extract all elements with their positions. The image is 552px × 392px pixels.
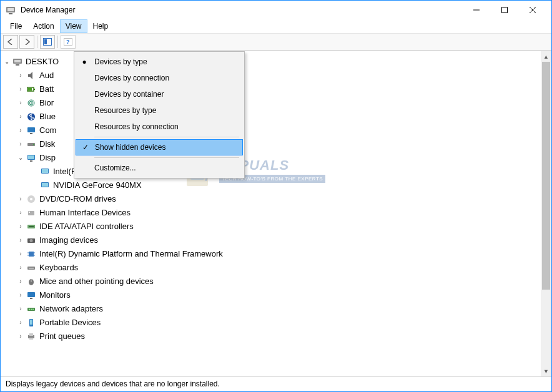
tree-item[interactable]: ›Print queues <box>2 330 550 343</box>
tree-item[interactable]: ›Keyboards <box>2 261 550 275</box>
keyboard-icon <box>26 263 37 273</box>
status-text: Displays legacy devices and devices that… <box>6 380 220 388</box>
check-icon: ✓ <box>76 143 95 152</box>
svg-point-57 <box>29 309 30 310</box>
chevron-down-icon[interactable]: ⌄ <box>16 151 26 165</box>
chevron-right-icon[interactable]: › <box>16 82 26 96</box>
title-bar: Device Manager <box>1 1 551 19</box>
menu-view[interactable]: View <box>60 19 87 33</box>
tree-child[interactable]: NVIDIA GeForce 940MX <box>2 179 550 192</box>
tree-item[interactable]: ›DVD/CD-ROM drives <box>2 192 550 206</box>
chevron-right-icon[interactable]: › <box>16 233 26 247</box>
dvd-icon <box>26 194 37 204</box>
svg-rect-8 <box>44 39 47 44</box>
chevron-right-icon[interactable]: › <box>16 110 26 124</box>
menu-file[interactable]: File <box>4 19 27 33</box>
chevron-right-icon[interactable]: › <box>16 96 26 110</box>
svg-point-38 <box>30 198 32 200</box>
svg-rect-26 <box>27 127 35 132</box>
chevron-right-icon[interactable]: › <box>16 220 26 233</box>
menu-devices-by-connection[interactable]: Devices by connection <box>74 70 244 86</box>
svg-rect-36 <box>42 183 48 187</box>
toolbar: ? <box>1 33 551 51</box>
chevron-right-icon[interactable]: › <box>16 261 26 275</box>
bluetooth-icon <box>26 112 37 122</box>
chevron-right-icon[interactable]: › <box>16 206 26 220</box>
show-hide-console-button[interactable] <box>40 35 55 49</box>
minimize-button[interactable] <box>462 1 490 19</box>
svg-rect-63 <box>29 333 33 336</box>
hid-icon <box>26 208 37 218</box>
network-icon <box>26 304 37 314</box>
menu-help[interactable]: Help <box>87 19 114 33</box>
svg-rect-40 <box>29 212 30 213</box>
svg-point-59 <box>32 309 34 310</box>
tree-item[interactable]: ›Imaging devices <box>2 233 550 247</box>
chevron-right-icon[interactable]: › <box>16 247 26 261</box>
tree-item[interactable]: ›Intel(R) Dynamic Platform and Thermal F… <box>2 247 550 261</box>
chevron-right-icon[interactable]: › <box>16 316 26 330</box>
svg-rect-31 <box>28 155 34 159</box>
chevron-right-icon[interactable]: › <box>16 275 26 288</box>
svg-rect-20 <box>34 89 35 90</box>
svg-rect-4 <box>501 7 507 13</box>
display-adapter-icon <box>26 153 37 163</box>
disk-icon <box>26 139 37 149</box>
speaker-icon <box>26 71 37 81</box>
tree-item[interactable]: ›Portable Devices <box>2 316 550 330</box>
close-button[interactable] <box>518 1 546 19</box>
back-button[interactable] <box>3 35 18 49</box>
help-button[interactable]: ? <box>61 35 76 49</box>
svg-rect-45 <box>29 252 34 257</box>
forward-button[interactable] <box>19 35 34 49</box>
menu-resources-by-type[interactable]: Resources by type <box>74 102 244 119</box>
menu-customize[interactable]: Customize... <box>74 160 244 176</box>
scroll-up-button[interactable]: ▲ <box>541 51 551 62</box>
chevron-right-icon[interactable]: › <box>16 330 26 343</box>
chevron-right-icon[interactable]: › <box>16 288 26 302</box>
printer-icon <box>26 331 37 341</box>
svg-rect-54 <box>27 292 35 297</box>
chevron-down-icon[interactable]: ⌄ <box>2 55 12 69</box>
menu-show-hidden-devices[interactable]: ✓Show hidden devices <box>76 139 243 155</box>
app-icon <box>6 5 16 15</box>
svg-point-44 <box>30 239 33 242</box>
svg-rect-2 <box>9 13 12 14</box>
svg-rect-32 <box>30 160 32 162</box>
chevron-right-icon[interactable]: › <box>16 302 26 316</box>
chip-icon <box>26 249 37 259</box>
svg-rect-42 <box>29 226 34 227</box>
svg-rect-21 <box>28 88 32 91</box>
mouse-icon <box>26 277 37 287</box>
tree-item[interactable]: ›Network adapters <box>2 302 550 316</box>
chevron-right-icon[interactable]: › <box>16 137 26 151</box>
svg-point-58 <box>31 309 32 310</box>
maximize-button[interactable] <box>490 1 518 19</box>
menu-separator <box>94 157 239 158</box>
vertical-scrollbar[interactable]: ▲ ▼ <box>541 51 551 376</box>
chevron-right-icon[interactable]: › <box>16 124 26 137</box>
chevron-right-icon[interactable]: › <box>16 69 26 82</box>
tree-item[interactable]: ›Mice and other pointing devices <box>2 275 550 288</box>
menu-action[interactable]: Action <box>27 19 59 33</box>
tree-item[interactable]: ›Human Interface Devices <box>2 206 550 220</box>
svg-rect-61 <box>30 320 32 325</box>
menu-resources-by-connection[interactable]: Resources by connection <box>74 119 244 135</box>
tree-item[interactable]: ›IDE ATA/ATAPI controllers <box>2 220 550 233</box>
scroll-down-button[interactable]: ▼ <box>541 366 551 376</box>
monitor-icon <box>26 125 37 135</box>
menu-devices-by-type[interactable]: ●Devices by type <box>74 54 244 70</box>
svg-point-29 <box>33 144 34 145</box>
computer-icon <box>12 57 23 67</box>
scrollbar-thumb[interactable] <box>542 62 550 290</box>
scrollbar-track[interactable] <box>541 62 551 366</box>
svg-rect-51 <box>29 268 34 269</box>
content-area: APPUALS TECH HOW-TO'S FROM THE EXPERTS ⌄… <box>1 51 551 376</box>
menu-devices-by-container[interactable]: Devices by container <box>74 86 244 102</box>
portable-device-icon <box>26 318 37 328</box>
gpu-icon <box>39 167 51 177</box>
chevron-right-icon[interactable]: › <box>16 192 26 206</box>
svg-rect-64 <box>29 338 33 340</box>
tree-item[interactable]: ›Monitors <box>2 288 550 302</box>
radio-dot-icon: ● <box>74 57 94 66</box>
